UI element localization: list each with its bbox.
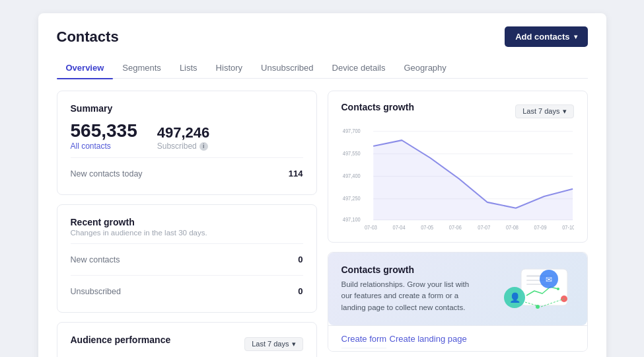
main-container: Contacts Add contacts ▾ Overview Segment… — [38, 13, 606, 357]
unsubscribed-value: 0 — [298, 286, 303, 296]
promo-section: Contacts growth Build relationships. Gro… — [328, 252, 588, 352]
promo-illustration: 👤 ✉ — [501, 259, 581, 319]
svg-text:07-05: 07-05 — [421, 225, 433, 231]
page-header: Contacts Add contacts ▾ — [57, 26, 588, 47]
tab-segments[interactable]: Segments — [113, 58, 170, 78]
contacts-growth-title: Contacts growth — [341, 102, 414, 112]
new-contacts-growth-value: 0 — [298, 255, 303, 264]
create-form-link[interactable]: Create form — [341, 330, 387, 348]
svg-text:07-08: 07-08 — [505, 225, 518, 231]
tab-overview[interactable]: Overview — [57, 58, 114, 78]
left-column: Summary 565,335 All contacts 497,246 Sub… — [57, 91, 317, 357]
svg-text:07-10: 07-10 — [562, 225, 574, 231]
chevron-down-icon: ▾ — [292, 340, 296, 348]
svg-text:07-07: 07-07 — [478, 225, 490, 231]
subscribed-number: 497,246 — [157, 126, 210, 140]
promo-title: Contacts growth — [341, 264, 481, 275]
recent-growth-subtitle: Changes in audience in the last 30 days. — [71, 229, 303, 237]
svg-marker-10 — [373, 140, 573, 219]
subscribed-block: 497,246 Subscribed i — [157, 126, 210, 151]
audience-performance-card: Audience performance Last 7 days ▾ Avg. … — [57, 322, 317, 357]
chevron-down-icon: ▾ — [563, 107, 567, 116]
all-contacts-block: 565,335 All contacts — [71, 122, 137, 151]
right-column: Contacts growth Last 7 days ▾ 497,700 49… — [328, 91, 588, 357]
divider — [71, 243, 303, 244]
promo-svg: 👤 ✉ — [501, 259, 581, 319]
divider — [71, 157, 303, 158]
all-contacts-label: All contacts — [71, 141, 137, 151]
page-title: Contacts — [57, 28, 119, 46]
tab-lists[interactable]: Lists — [170, 58, 207, 78]
new-contacts-growth-row: New contacts 0 — [71, 251, 303, 268]
svg-text:497,700: 497,700 — [342, 128, 360, 134]
add-contacts-button[interactable]: Add contacts ▾ — [505, 26, 587, 47]
summary-numbers: 565,335 All contacts 497,246 Subscribed … — [71, 122, 303, 151]
audience-header: Audience performance Last 7 days ▾ — [71, 335, 303, 353]
new-contacts-label: New contacts today — [71, 169, 143, 178]
tabs-nav: Overview Segments Lists History Unsubscr… — [57, 58, 588, 79]
svg-text:07-09: 07-09 — [534, 225, 546, 231]
contacts-growth-card: Contacts growth Last 7 days ▾ 497,700 49… — [328, 91, 588, 243]
unsubscribed-row: Unsubscribed 0 — [71, 282, 303, 300]
unsubscribed-label: Unsubscribed — [71, 287, 121, 296]
subscribed-label: Subscribed i — [157, 141, 210, 151]
create-landing-link[interactable]: Create landing page — [390, 330, 467, 348]
recent-growth-card: Recent growth Changes in audience in the… — [57, 204, 317, 313]
promo-content: Contacts growth Build relationships. Gro… — [341, 264, 481, 313]
summary-title: Summary — [71, 103, 303, 114]
contacts-growth-chart: 497,700 497,550 497,400 497,250 497,100 — [341, 123, 574, 235]
all-contacts-number: 565,335 — [71, 122, 137, 140]
main-content: Summary 565,335 All contacts 497,246 Sub… — [57, 91, 588, 357]
recent-growth-title: Recent growth — [71, 217, 303, 227]
chevron-down-icon: ▾ — [574, 33, 577, 40]
svg-text:👤: 👤 — [509, 292, 520, 303]
contacts-growth-header: Contacts growth Last 7 days ▾ — [341, 102, 574, 120]
audience-title: Audience performance — [71, 335, 171, 345]
new-contacts-growth-label: New contacts — [71, 255, 120, 264]
info-icon: i — [199, 142, 208, 151]
new-contacts-value: 114 — [289, 169, 303, 178]
svg-text:497,250: 497,250 — [342, 195, 360, 202]
tab-history[interactable]: History — [207, 58, 252, 78]
summary-card: Summary 565,335 All contacts 497,246 Sub… — [57, 91, 317, 195]
svg-text:497,550: 497,550 — [342, 150, 360, 157]
divider — [71, 275, 303, 276]
svg-text:07-03: 07-03 — [364, 225, 376, 231]
new-contacts-row: New contacts today 114 — [71, 165, 303, 182]
promo-card: Contacts growth Build relationships. Gro… — [328, 253, 587, 325]
tab-unsubscribed[interactable]: Unsubscribed — [252, 58, 323, 78]
promo-text: Build relationships. Grow your list with… — [341, 279, 481, 313]
svg-text:497,400: 497,400 — [342, 173, 360, 179]
svg-text:07-06: 07-06 — [448, 225, 461, 231]
chart-svg: 497,700 497,550 497,400 497,250 497,100 — [341, 123, 574, 235]
svg-text:497,100: 497,100 — [342, 216, 360, 223]
promo-links: Create form Create landing page — [328, 325, 587, 351]
tab-device-details[interactable]: Device details — [323, 58, 395, 78]
tab-geography[interactable]: Geography — [395, 58, 456, 78]
last7-days-button[interactable]: Last 7 days ▾ — [244, 337, 303, 351]
svg-point-23 — [557, 288, 559, 290]
svg-text:07-04: 07-04 — [392, 225, 405, 231]
chart-period-button[interactable]: Last 7 days ▾ — [515, 104, 573, 118]
svg-text:✉: ✉ — [546, 275, 552, 284]
